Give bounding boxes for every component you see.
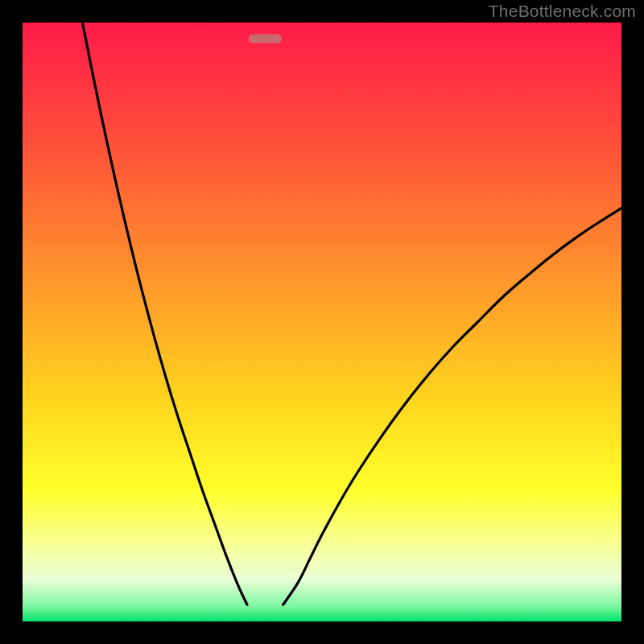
- minimum-marker-bar: [249, 35, 282, 43]
- chart-svg: [23, 23, 621, 621]
- gradient-background: [23, 23, 621, 621]
- watermark-text: TheBottleneck.com: [489, 2, 636, 21]
- plot-area: [23, 23, 621, 621]
